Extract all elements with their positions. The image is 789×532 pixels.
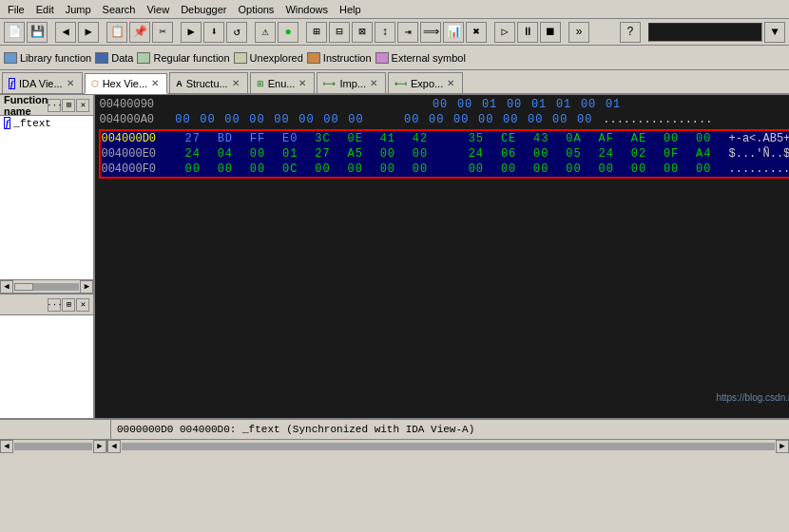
overflow-button[interactable]: »: [568, 22, 589, 43]
fn-name: _ftext: [13, 118, 51, 129]
reset-button[interactable]: ↺: [226, 22, 247, 43]
menu-jump[interactable]: Jump: [60, 2, 97, 17]
tab-enum-close[interactable]: ✕: [298, 78, 306, 88]
menu-help[interactable]: Help: [334, 2, 367, 17]
down-button[interactable]: ⬇: [203, 22, 224, 43]
menu-file[interactable]: File: [2, 2, 30, 17]
lower-btn-dots[interactable]: ···: [48, 298, 61, 312]
panel-btn-tile[interactable]: ⊞: [62, 99, 75, 112]
legend-library: Library function: [4, 52, 91, 64]
legend-unexplored: Unexplored: [234, 52, 303, 64]
hex-line-5: 004000F0 00 00 00 0C 00 00 00 00 00 00 0…: [101, 162, 789, 177]
bs-rr-arrow[interactable]: ▶: [776, 440, 789, 453]
help-icon[interactable]: ?: [620, 22, 641, 43]
scroll-right[interactable]: ▶: [80, 280, 93, 294]
circle-button[interactable]: ●: [278, 22, 298, 43]
bs-r-track: [122, 443, 775, 450]
forward-button[interactable]: ▶: [78, 22, 99, 43]
panel-controls: ··· ⊞ ✕: [48, 99, 89, 112]
tab-imports[interactable]: ⟼ Imp... ✕: [317, 72, 386, 93]
hex-line-2: 004000A0 00 00 00 00 00 00 00 00 00 00 0…: [99, 112, 789, 127]
tab-exports[interactable]: ⟻ Expo... ✕: [388, 72, 463, 93]
warn-button[interactable]: ⚠: [255, 22, 276, 43]
tb-extra7[interactable]: 📊: [443, 22, 464, 43]
menu-view[interactable]: View: [141, 2, 175, 17]
legend-instruction-label: Instruction: [323, 52, 372, 64]
tb-stop[interactable]: ✖: [466, 22, 487, 43]
bottom-right: ◀ ▶: [107, 440, 789, 453]
tb-extra5[interactable]: ⇥: [397, 22, 418, 43]
tb-extra4[interactable]: ↕: [375, 22, 395, 43]
tab-ida-view[interactable]: f IDA Vie... ✕: [2, 72, 83, 93]
fn-item-ftext[interactable]: f _ftext: [0, 116, 93, 130]
function-list: f _ftext: [0, 116, 93, 279]
tab-exports-close[interactable]: ✕: [447, 78, 454, 88]
tab-struct[interactable]: A Structu... ✕: [169, 72, 248, 93]
run-button[interactable]: ▶: [181, 22, 202, 43]
hex-bytes-4: 24 04 00 01 27 A5 00 00 24 06 00 05 24 0…: [172, 147, 716, 161]
tb-extra2[interactable]: ⊟: [329, 22, 350, 43]
watermark: https://blog.csdn.net/yaleating: [716, 392, 789, 403]
tab-ida-icon: f: [9, 78, 15, 89]
bs-right-arrow[interactable]: ▶: [93, 440, 106, 453]
play-button[interactable]: ▷: [494, 22, 515, 43]
hex-ascii-5: ................: [722, 162, 789, 176]
tab-enum[interactable]: ⊞ Enu... ✕: [250, 72, 316, 93]
bs-rl-arrow[interactable]: ◀: [107, 440, 121, 453]
hex-outer: 00400090 00 00 01 00 01 01 00 01 004000A…: [95, 95, 789, 418]
tab-struct-icon: A: [176, 79, 183, 88]
legend-library-label: Library function: [20, 52, 91, 64]
legend-unexplored-label: Unexplored: [250, 52, 303, 64]
lower-btn-tile[interactable]: ⊞: [62, 298, 75, 312]
copy-button[interactable]: 📋: [106, 22, 127, 43]
legend-external-label: External symbol: [392, 52, 466, 64]
tb-extra6[interactable]: ⟹: [420, 22, 441, 43]
legend-instruction: Instruction: [307, 52, 372, 64]
fn-icon: f: [4, 117, 10, 129]
tab-imports-label: Imp...: [339, 78, 366, 89]
menu-options[interactable]: Options: [232, 2, 279, 17]
tab-ida-label: IDA Vie...: [19, 78, 63, 89]
dropdown-arrow[interactable]: ▼: [764, 22, 785, 43]
toolbar: 📄 💾 ◀ ▶ 📋 📌 ✂ ▶ ⬇ ↺ ⚠ ● ⊞ ⊟ ⊠ ↕ ⇥ ⟹ 📊 ✖ …: [0, 19, 789, 46]
lower-btn-close[interactable]: ✕: [76, 298, 89, 312]
tab-imports-close[interactable]: ✕: [370, 78, 377, 88]
tab-struct-close[interactable]: ✕: [232, 78, 240, 88]
bottom-left: ◀ ▶: [0, 440, 107, 452]
hex-ascii-3: +-a<.AB5+C.»«...: [722, 132, 789, 145]
stop-button[interactable]: ⏹: [540, 22, 561, 43]
scroll-thumb[interactable]: [14, 283, 33, 291]
hex-bytes-1: 00 00 01 00 01 01 00 01: [170, 98, 625, 111]
legend-library-box: [4, 52, 17, 64]
legend-regular: Regular function: [137, 52, 229, 64]
hex-bytes-3: 27 BD FF E0 3C 0E 41 42 35 CE 43 0A AF A…: [172, 132, 716, 145]
tab-hex-view[interactable]: ⬡ Hex Vie... ✕: [85, 73, 168, 94]
panel-btn-dots[interactable]: ···: [48, 99, 61, 112]
tab-enum-label: Enu...: [268, 78, 296, 89]
menu-search[interactable]: Search: [97, 2, 142, 17]
bs-left-track: [14, 443, 92, 450]
legend-data: Data: [95, 52, 133, 64]
paste-button[interactable]: 📌: [129, 22, 150, 43]
new-button[interactable]: 📄: [4, 22, 25, 43]
tab-hex-close[interactable]: ✕: [151, 78, 159, 88]
tab-ida-close[interactable]: ✕: [67, 78, 74, 88]
hex-line-1: 00400090 00 00 01 00 01 01 00 01: [99, 97, 789, 112]
menu-debugger[interactable]: Debugger: [175, 2, 232, 17]
select-button[interactable]: ✂: [152, 22, 173, 43]
pause-button[interactable]: ⏸: [517, 22, 538, 43]
tab-hex-label: Hex Vie...: [103, 78, 148, 89]
panel-btn-close[interactable]: ✕: [76, 99, 89, 112]
menu-windows[interactable]: Windows: [279, 2, 334, 17]
tb-extra1[interactable]: ⊞: [306, 22, 327, 43]
left-side: Function name ··· ⊞ ✕ f _ftext ◀ ▶: [0, 95, 95, 418]
menu-edit[interactable]: Edit: [30, 2, 60, 17]
main-area: Function name ··· ⊞ ✕ f _ftext ◀ ▶: [0, 95, 789, 418]
hex-content[interactable]: 00400090 00 00 01 00 01 01 00 01 004000A…: [95, 95, 789, 418]
save-button[interactable]: 💾: [27, 22, 48, 43]
tb-extra3[interactable]: ⊠: [352, 22, 373, 43]
bs-left-arrow[interactable]: ◀: [0, 440, 13, 453]
scroll-left[interactable]: ◀: [0, 280, 13, 294]
lower-content: [0, 315, 93, 418]
back-button[interactable]: ◀: [55, 22, 76, 43]
